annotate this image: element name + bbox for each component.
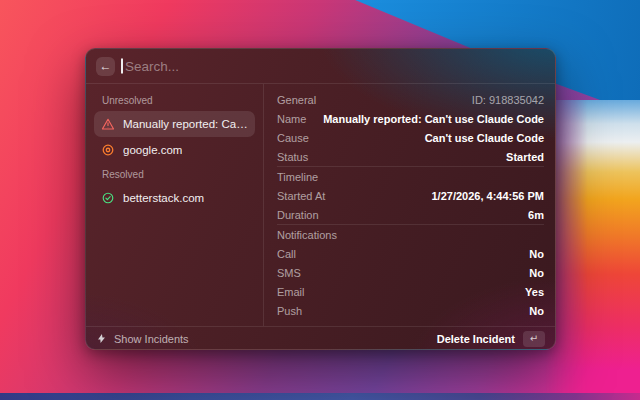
detail-row-cause: Cause Can't use Claude Code bbox=[277, 128, 544, 147]
list-item-label: google.com bbox=[123, 144, 182, 156]
detail-row-status: Status Started bbox=[277, 147, 544, 166]
detail-label: Status bbox=[277, 151, 308, 163]
detail-row-sms: SMS No bbox=[277, 263, 544, 282]
action-bar: Show Incidents Delete Incident ↵ bbox=[86, 326, 555, 350]
wallpaper-color-bands bbox=[545, 100, 640, 400]
search-input[interactable] bbox=[125, 59, 545, 74]
bullseye-icon bbox=[101, 143, 115, 157]
wallpaper-bottom-strip bbox=[0, 393, 640, 400]
detail-section-general: General ID: 918835042 bbox=[277, 90, 544, 109]
detail-label: Duration bbox=[277, 209, 319, 221]
warning-triangle-icon bbox=[101, 117, 115, 131]
detail-value: ID: 918835042 bbox=[472, 94, 544, 106]
command-palette-window: ← Unresolved Manually reported: Can't us… bbox=[85, 48, 556, 350]
back-button[interactable]: ← bbox=[96, 57, 115, 76]
detail-label: Started At bbox=[277, 190, 325, 202]
detail-value: 6m bbox=[528, 209, 544, 221]
section-label-unresolved: Unresolved bbox=[94, 89, 255, 111]
detail-value: Manually reported: Can't use Claude Code bbox=[323, 113, 544, 125]
list-item-manual-incident[interactable]: Manually reported: Can't use Cl... bbox=[94, 111, 255, 137]
detail-value: No bbox=[529, 248, 544, 260]
list-item-label: betterstack.com bbox=[123, 192, 204, 204]
detail-value: No bbox=[529, 267, 544, 279]
detail-row-call: Call No bbox=[277, 244, 544, 263]
detail-label: Push bbox=[277, 305, 302, 317]
back-arrow-icon: ← bbox=[100, 60, 112, 72]
lightning-bolt-icon bbox=[96, 332, 107, 345]
list-item-label: Manually reported: Can't use Cl... bbox=[123, 118, 248, 130]
search-input-wrap bbox=[125, 59, 545, 74]
check-circle-icon bbox=[101, 191, 115, 205]
detail-value: 1/27/2026, 4:44:56 PM bbox=[431, 190, 544, 202]
detail-row-push: Push No bbox=[277, 301, 544, 320]
window-body: Unresolved Manually reported: Can't use … bbox=[86, 84, 555, 326]
detail-value: Can't use Claude Code bbox=[425, 132, 544, 144]
detail-label: Timeline bbox=[277, 171, 318, 183]
detail-label: SMS bbox=[277, 267, 301, 279]
delete-incident-button[interactable]: Delete Incident ↵ bbox=[437, 331, 545, 347]
detail-value: Yes bbox=[525, 286, 544, 298]
show-incidents-button[interactable]: Show Incidents bbox=[96, 332, 189, 345]
section-label-resolved: Resolved bbox=[94, 163, 255, 185]
detail-value: Started bbox=[506, 151, 544, 163]
detail-label: Name bbox=[277, 113, 306, 125]
detail-label: Call bbox=[277, 248, 296, 260]
detail-section-timeline: Timeline bbox=[277, 166, 544, 186]
detail-row-email: Email Yes bbox=[277, 282, 544, 301]
delete-incident-label: Delete Incident bbox=[437, 333, 515, 345]
return-key-icon: ↵ bbox=[523, 331, 545, 347]
detail-section-notifications: Notifications bbox=[277, 224, 544, 244]
detail-label: Email bbox=[277, 286, 305, 298]
detail-label: General bbox=[277, 94, 316, 106]
detail-value: No bbox=[529, 305, 544, 317]
text-caret bbox=[121, 59, 123, 74]
list-item-google[interactable]: google.com bbox=[94, 137, 255, 163]
search-bar: ← bbox=[86, 49, 555, 84]
detail-label: Notifications bbox=[277, 229, 337, 241]
show-incidents-label: Show Incidents bbox=[114, 333, 189, 345]
detail-row-duration: Duration 6m bbox=[277, 205, 544, 224]
detail-row-name: Name Manually reported: Can't use Claude… bbox=[277, 109, 544, 128]
detail-row-started-at: Started At 1/27/2026, 4:44:56 PM bbox=[277, 186, 544, 205]
list-item-betterstack[interactable]: betterstack.com bbox=[94, 185, 255, 211]
incident-list-sidebar: Unresolved Manually reported: Can't use … bbox=[86, 84, 264, 326]
detail-label: Cause bbox=[277, 132, 309, 144]
incident-detail-panel: General ID: 918835042 Name Manually repo… bbox=[264, 84, 555, 326]
